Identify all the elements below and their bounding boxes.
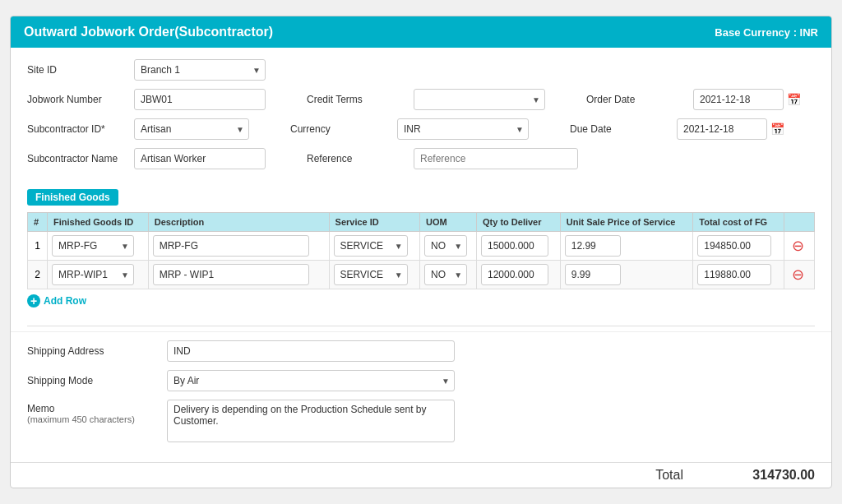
order-date-calendar-icon[interactable]: 📅 — [787, 93, 801, 106]
description-cell — [148, 232, 329, 261]
shipping-mode-row: Shipping Mode By Air ▼ — [27, 370, 815, 391]
total-input[interactable] — [697, 264, 771, 285]
currency-select[interactable]: INR — [397, 118, 529, 140]
base-currency: Base Currency : INR — [715, 26, 818, 39]
row-num: 1 — [28, 232, 48, 261]
fg-id-select-wrapper: MRP-WIP1 ▼ — [52, 264, 134, 285]
qty-cell — [476, 261, 560, 289]
due-date-calendar-icon[interactable]: 📅 — [770, 123, 784, 136]
jobwork-number-input[interactable] — [134, 89, 266, 110]
site-id-label: Site ID — [27, 64, 126, 76]
row-num: 2 — [28, 261, 48, 289]
page-header: Outward Jobwork Order(Subcontractor) Bas… — [11, 16, 831, 48]
description-cell — [148, 261, 329, 289]
credit-terms-select[interactable] — [414, 89, 545, 110]
fg-id-select-wrapper: MRP-FG ▼ — [52, 235, 134, 257]
subcontractor-id-label: Subcontractor ID* — [27, 123, 126, 135]
uom-select-wrapper: NO ▼ — [424, 235, 467, 257]
total-input[interactable] — [697, 235, 771, 257]
service-id-select-wrapper: SERVICE ▼ — [334, 264, 408, 285]
subcontractor-id-select[interactable]: Artisan — [134, 118, 249, 140]
site-id-row: Site ID Branch 1 ▼ — [27, 59, 815, 81]
remove-row-button[interactable]: ⊖ — [789, 267, 807, 282]
col-action — [784, 213, 814, 232]
uom-select[interactable]: NO — [424, 235, 467, 257]
credit-terms-select-wrapper: ▼ — [414, 89, 545, 110]
site-id-select[interactable]: Branch 1 — [134, 59, 266, 81]
finished-goods-table: # Finished Goods ID Description Service … — [27, 212, 815, 289]
order-date-input[interactable] — [693, 89, 784, 110]
finished-goods-label: Finished Goods — [27, 189, 118, 206]
qty-input[interactable] — [481, 235, 548, 257]
unit-price-input[interactable] — [565, 264, 621, 285]
page-title: Outward Jobwork Order(Subcontractor) — [24, 25, 273, 39]
uom-select-wrapper: NO ▼ — [424, 264, 467, 285]
total-row: Total 314730.00 — [11, 462, 831, 488]
uom-cell: NO ▼ — [420, 232, 477, 261]
description-input[interactable] — [153, 235, 309, 257]
jobwork-number-label: Jobwork Number — [27, 94, 126, 105]
col-num: # — [28, 213, 48, 232]
unit-price-cell — [560, 261, 693, 289]
uom-cell: NO ▼ — [420, 261, 477, 289]
total-value: 314730.00 — [716, 468, 815, 483]
unit-price-cell — [560, 232, 693, 261]
table-row: 2 MRP-WIP1 ▼ — [28, 261, 815, 289]
col-service-id: Service ID — [329, 213, 419, 232]
remove-cell: ⊖ — [784, 261, 814, 289]
jobwork-row: Jobwork Number Credit Terms ▼ Order Date… — [27, 89, 815, 110]
col-uom: UOM — [420, 213, 477, 232]
qty-cell — [476, 232, 560, 261]
table-row: 1 MRP-FG ▼ — [28, 232, 815, 261]
order-date-label: Order Date — [586, 94, 685, 105]
shipping-address-row: Shipping Address — [27, 340, 815, 362]
col-description: Description — [148, 213, 329, 232]
uom-select[interactable]: NO — [424, 264, 467, 285]
col-qty: Qty to Deliver — [476, 213, 560, 232]
description-input[interactable] — [153, 264, 309, 285]
col-fg-id: Finished Goods ID — [48, 213, 149, 232]
bottom-section: Shipping Address Shipping Mode By Air ▼ … — [11, 331, 831, 462]
memo-row: Memo (maximum 450 characters) Delivery i… — [27, 400, 815, 442]
qty-input[interactable] — [481, 264, 548, 285]
fg-id-select[interactable]: MRP-FG — [52, 235, 134, 257]
total-label: Total — [655, 468, 683, 483]
shipping-address-label: Shipping Address — [27, 345, 159, 357]
subcontractor-id-select-wrapper: Artisan ▼ — [134, 118, 249, 140]
total-cell — [693, 261, 784, 289]
add-row-button[interactable]: + Add Row — [27, 289, 86, 312]
memo-label-group: Memo (maximum 450 characters) — [27, 400, 159, 424]
remove-cell: ⊖ — [784, 232, 814, 261]
reference-label: Reference — [307, 153, 405, 164]
due-date-wrapper: 📅 — [677, 118, 784, 140]
unit-price-input[interactable] — [565, 235, 621, 257]
shipping-mode-label: Shipping Mode — [27, 375, 159, 386]
shipping-address-input[interactable] — [167, 340, 455, 362]
currency-select-wrapper: INR ▼ — [397, 118, 529, 140]
due-date-label: Due Date — [570, 123, 669, 135]
memo-label: Memo — [27, 403, 159, 414]
section-divider — [27, 326, 815, 326]
currency-label: Currency — [290, 123, 389, 135]
due-date-input[interactable] — [677, 118, 767, 140]
form-section: Site ID Branch 1 ▼ Jobwork Number Credit… — [11, 48, 831, 186]
reference-input[interactable] — [414, 148, 578, 169]
subcontractor-row: Subcontractor ID* Artisan ▼ Currency INR… — [27, 118, 815, 140]
service-id-select[interactable]: SERVICE — [334, 235, 408, 257]
subcontractor-name-label: Subcontractor Name — [27, 153, 126, 164]
memo-textarea[interactable]: Delivery is depending on the Production … — [167, 400, 455, 442]
total-cell — [693, 232, 784, 261]
table-section: Finished Goods # Finished Goods ID Descr… — [11, 186, 831, 321]
remove-row-button[interactable]: ⊖ — [789, 238, 807, 253]
plus-icon: + — [27, 294, 40, 307]
subcontractor-name-input[interactable] — [134, 148, 266, 169]
subcontractor-name-row: Subcontractor Name Reference — [27, 148, 815, 169]
col-total: Total cost of FG — [693, 213, 784, 232]
order-date-wrapper: 📅 — [693, 89, 801, 110]
fg-id-cell: MRP-WIP1 ▼ — [48, 261, 149, 289]
service-id-select[interactable]: SERVICE — [334, 264, 408, 285]
fg-id-select[interactable]: MRP-WIP1 — [52, 264, 134, 285]
service-id-select-wrapper: SERVICE ▼ — [334, 235, 408, 257]
credit-terms-label: Credit Terms — [307, 94, 405, 105]
shipping-mode-select[interactable]: By Air — [167, 370, 455, 391]
